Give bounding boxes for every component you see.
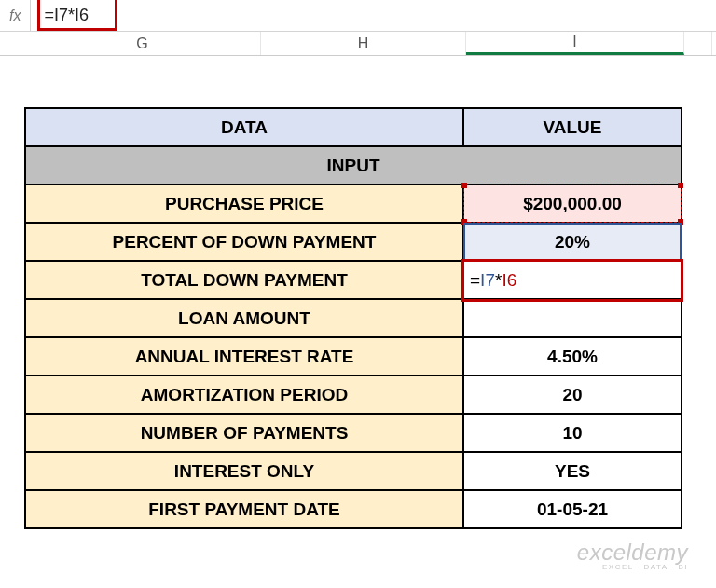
label-total-down[interactable]: TOTAL DOWN PAYMENT	[25, 261, 463, 299]
watermark-line2: EXCEL · DATA · BI	[577, 564, 688, 571]
header-value[interactable]: VALUE	[463, 108, 682, 146]
cell-i6[interactable]: $200,000.00	[463, 185, 682, 223]
row-first-payment: FIRST PAYMENT DATE 01-05-21	[25, 490, 682, 528]
label-amort-period[interactable]: AMORTIZATION PERIOD	[25, 376, 463, 414]
label-interest-only[interactable]: INTEREST ONLY	[25, 452, 463, 490]
value-purchase-price: $200,000.00	[523, 194, 622, 213]
section-input[interactable]: INPUT	[25, 146, 682, 185]
label-first-payment[interactable]: FIRST PAYMENT DATE	[25, 490, 463, 528]
row-amort-period: AMORTIZATION PERIOD 20	[25, 376, 682, 414]
label-percent-down[interactable]: PERCENT OF DOWN PAYMENT	[25, 223, 463, 261]
label-num-payments[interactable]: NUMBER OF PAYMENTS	[25, 414, 463, 452]
col-spacer	[0, 32, 24, 55]
value-num-payments[interactable]: 10	[463, 414, 682, 452]
value-interest-only[interactable]: YES	[463, 452, 682, 490]
column-header-i[interactable]: I	[466, 32, 684, 55]
value-loan-amount[interactable]	[463, 299, 682, 337]
section-row: INPUT	[25, 146, 682, 185]
value-percent-down: 20%	[555, 232, 590, 252]
column-header-h[interactable]: H	[261, 32, 466, 55]
header-data[interactable]: DATA	[25, 108, 463, 146]
row-loan-amount: LOAN AMOUNT	[25, 299, 682, 337]
formula-input[interactable]: =I7*I6	[31, 0, 716, 31]
label-annual-rate[interactable]: ANNUAL INTEREST RATE	[25, 337, 463, 376]
data-table: DATA VALUE INPUT PURCHASE PRICE $200,000…	[24, 107, 682, 529]
label-loan-amount[interactable]: LOAN AMOUNT	[25, 299, 463, 337]
column-header-g[interactable]: G	[24, 32, 261, 55]
watermark: exceldemy EXCEL · DATA · BI	[577, 541, 688, 571]
column-headers: G H I	[0, 32, 716, 56]
cell-i8-editing[interactable]: =I7*I6	[463, 261, 682, 299]
row-percent-down: PERCENT OF DOWN PAYMENT 20%	[25, 223, 682, 261]
row-interest-only: INTEREST ONLY YES	[25, 452, 682, 490]
row-num-payments: NUMBER OF PAYMENTS 10	[25, 414, 682, 452]
formula-ref-i7: I7	[480, 270, 495, 290]
sheet-body: DATA VALUE INPUT PURCHASE PRICE $200,000…	[0, 56, 716, 529]
value-annual-rate[interactable]: 4.50%	[463, 337, 682, 376]
cell-i7[interactable]: 20%	[463, 223, 682, 261]
formula-ref-i6: I6	[502, 270, 516, 290]
value-amort-period[interactable]: 20	[463, 376, 682, 414]
row-total-down: TOTAL DOWN PAYMENT =I7*I6	[25, 261, 682, 299]
watermark-line1: exceldemy	[577, 541, 688, 564]
column-header-next[interactable]	[684, 32, 712, 55]
fx-icon[interactable]: fx	[4, 0, 31, 31]
row-annual-rate: ANNUAL INTEREST RATE 4.50%	[25, 337, 682, 376]
table-header-row: DATA VALUE	[25, 108, 682, 146]
formula-bar: fx =I7*I6	[0, 0, 716, 32]
row-purchase-price: PURCHASE PRICE $200,000.00	[25, 185, 682, 223]
label-purchase-price[interactable]: PURCHASE PRICE	[25, 185, 463, 223]
formula-text: =I7*I6	[44, 6, 89, 25]
formula-equals: =	[470, 270, 480, 290]
value-first-payment[interactable]: 01-05-21	[463, 490, 682, 528]
